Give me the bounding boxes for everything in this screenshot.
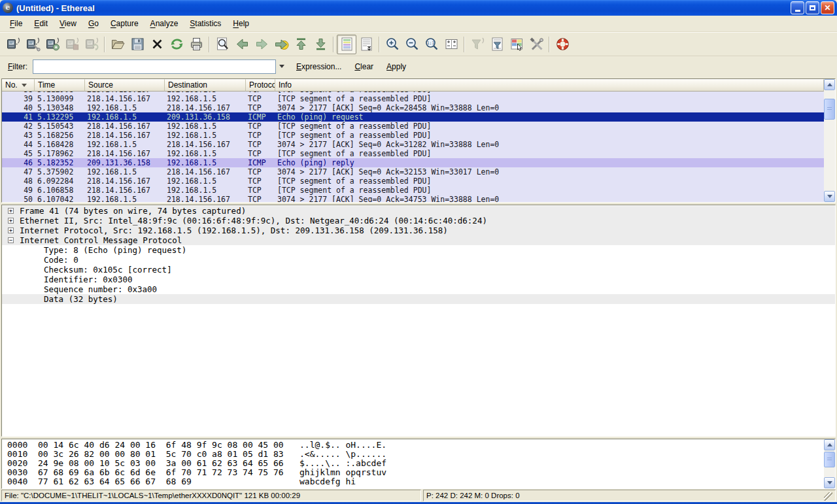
column-header-protocol[interactable]: Protocol (246, 79, 275, 92)
save-file-icon (130, 37, 145, 52)
scrollbar-thumb[interactable] (824, 452, 835, 467)
detail-row[interactable]: Type: 8 (Echo (ping) request) (2, 245, 835, 255)
packet-row-41[interactable]: 415.132295192.168.1.5209.131.36.158ICMPE… (2, 112, 824, 122)
packet-row-42[interactable]: 425.150543218.14.156.167192.168.1.5TCP[T… (2, 122, 824, 131)
scroll-up-button[interactable] (824, 79, 835, 90)
scroll-down-button[interactable] (824, 477, 835, 488)
save-file-button[interactable] (128, 35, 147, 54)
packet-details-pane: +Frame 41 (74 bytes on wire, 74 bytes ca… (1, 205, 836, 437)
column-header-time[interactable]: Time (35, 79, 85, 92)
open-file-button[interactable] (108, 35, 128, 54)
scroll-up-button[interactable] (824, 439, 835, 450)
hex-scrollbar[interactable] (824, 439, 835, 488)
column-header-no[interactable]: No. (2, 79, 35, 92)
menu-item-help[interactable]: Help (227, 16, 255, 31)
auto-scroll-button[interactable] (356, 35, 376, 54)
menu-item-view[interactable]: View (54, 16, 82, 31)
menu-item-go[interactable]: Go (82, 16, 105, 31)
collapse-icon[interactable]: − (8, 237, 14, 243)
print-button[interactable] (186, 35, 206, 54)
interface-list-button[interactable] (3, 35, 23, 54)
titlebar[interactable]: e (Untitled) - Ethereal ✕ (0, 0, 837, 16)
packet-row-43[interactable]: 435.168256218.14.156.167192.168.1.5TCP[T… (2, 131, 824, 140)
close-button[interactable]: ✕ (821, 1, 834, 14)
restore-button[interactable] (806, 1, 819, 14)
menu-item-edit[interactable]: Edit (28, 16, 54, 31)
capture-options-button[interactable] (23, 35, 43, 54)
close-icon: ✕ (824, 4, 830, 12)
status-bar: File: "C:\DOCUME~1\THELIT~1\LOCALS~1\Tem… (0, 489, 837, 502)
packet-list-scrollbar[interactable] (824, 79, 835, 202)
detail-row[interactable]: Sequence number: 0x3a00 (2, 284, 835, 294)
packet-row-48[interactable]: 486.092284218.14.156.167192.168.1.5TCP[T… (2, 176, 824, 186)
detail-row[interactable]: Data (32 bytes) (2, 294, 835, 304)
packet-row-49[interactable]: 496.106858218.14.156.167192.168.1.5TCP[T… (2, 186, 824, 195)
apply-button[interactable]: Apply (383, 59, 410, 74)
detail-row[interactable]: Identifier: 0x0300 (2, 275, 835, 284)
zoom-normal-button[interactable]: 1:1 (422, 35, 441, 54)
go-to-packet-button[interactable] (271, 35, 291, 54)
menu-item-capture[interactable]: Capture (105, 16, 145, 31)
close-file-button[interactable] (147, 35, 167, 54)
column-label: Source (88, 80, 113, 91)
menu-item-statistics[interactable]: Statistics (184, 16, 227, 31)
scroll-down-button[interactable] (824, 191, 835, 202)
display-filter-button[interactable] (487, 35, 507, 54)
zoom-out-button[interactable] (402, 35, 422, 54)
packet-row-46[interactable]: 465.182352209.131.36.158192.168.1.5ICMPE… (2, 158, 824, 167)
minimize-button[interactable] (791, 1, 804, 14)
go-forward-button[interactable] (252, 35, 271, 54)
display-filter-icon (490, 37, 505, 52)
reload-button[interactable] (167, 35, 186, 54)
resize-grip[interactable] (824, 492, 832, 501)
detail-row[interactable]: Code: 0 (2, 255, 835, 265)
filter-input[interactable] (33, 59, 276, 74)
hex-dump-pane[interactable]: 000000 14 6c 40 d6 24 00 16 6f 48 9f 9c … (1, 439, 836, 489)
zoom-in-button[interactable] (383, 35, 402, 54)
detail-row[interactable]: +Internet Protocol, Src: 192.168.1.5 (19… (2, 226, 835, 235)
capture-restart-button (82, 35, 101, 54)
detail-row[interactable]: Checksum: 0x105c [correct] (2, 265, 835, 275)
expand-icon[interactable]: + (8, 218, 14, 224)
packet-row-39[interactable]: 395.130099218.14.156.167192.168.1.5TCP[T… (2, 94, 824, 103)
expression-button[interactable]: Expression... (292, 59, 345, 74)
filter-button[interactable]: Filter: (4, 59, 31, 74)
help-button[interactable] (553, 35, 572, 54)
coloring-rules-button[interactable] (507, 35, 526, 54)
menu-item-analyze[interactable]: Analyze (145, 16, 184, 31)
column-header-source[interactable]: Source (85, 79, 165, 92)
colorize-button[interactable] (337, 35, 356, 54)
expand-icon[interactable]: + (8, 208, 14, 214)
filter-dropdown-button[interactable] (276, 59, 287, 74)
column-label: Protocol (249, 80, 275, 91)
packet-row-45[interactable]: 455.178962218.14.156.167192.168.1.5TCP[T… (2, 149, 824, 158)
clear-button[interactable]: Clear (350, 59, 377, 74)
scrollbar-track[interactable] (824, 90, 835, 191)
menu-item-file[interactable]: File (4, 16, 28, 31)
go-to-top-button[interactable] (291, 35, 311, 54)
resize-columns-button[interactable] (441, 35, 461, 54)
packet-row-47[interactable]: 475.375902192.168.1.5218.14.156.167TCP30… (2, 167, 824, 176)
column-header-destination[interactable]: Destination (165, 79, 246, 92)
expand-icon[interactable]: + (8, 227, 14, 233)
detail-row[interactable]: −Internet Control Message Protocol (2, 235, 835, 245)
open-file-icon (111, 37, 126, 52)
go-back-button[interactable] (232, 35, 252, 54)
zoom-out-icon (405, 37, 420, 52)
packet-row-40[interactable]: 405.130348192.168.1.5218.14.156.167TCP30… (2, 103, 824, 112)
column-label: No. (5, 80, 18, 91)
go-to-bottom-button[interactable] (311, 35, 330, 54)
capture-start-button[interactable] (43, 35, 62, 54)
status-packet-counts: P: 242 D: 242 M: 0 Drops: 0 (423, 490, 836, 501)
go-forward-icon (254, 37, 269, 52)
detail-row[interactable]: +Frame 41 (74 bytes on wire, 74 bytes ca… (2, 206, 835, 216)
scrollbar-thumb[interactable] (824, 99, 835, 120)
chevron-up-icon (827, 80, 832, 86)
preferences-button[interactable] (526, 35, 546, 54)
find-packet-button[interactable] (213, 35, 232, 54)
scrollbar-track[interactable] (824, 450, 835, 477)
packet-row-50[interactable]: 506.107042192.168.1.5218.14.156.167TCP30… (2, 195, 824, 202)
packet-row-44[interactable]: 445.168428192.168.1.5218.14.156.167TCP30… (2, 140, 824, 149)
column-header-info[interactable]: Info (275, 79, 824, 92)
detail-row[interactable]: +Ethernet II, Src: Intel_48:9f:9c (00:16… (2, 216, 835, 226)
